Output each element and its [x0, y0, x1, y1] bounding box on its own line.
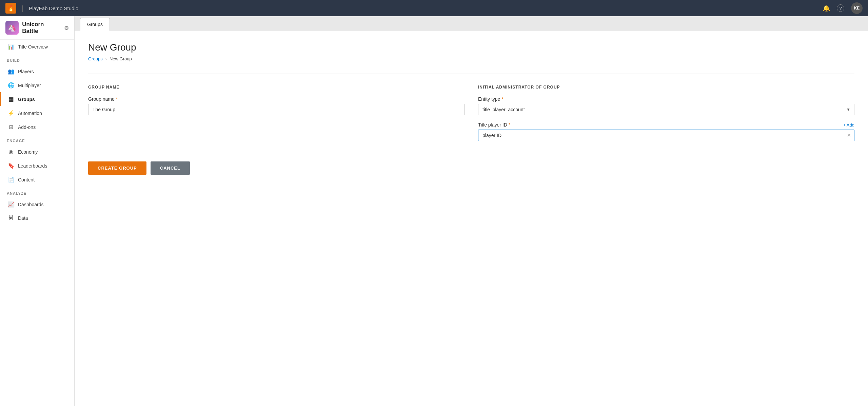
- gear-icon[interactable]: ⚙: [64, 25, 69, 31]
- game-title: Unicorn Battle: [22, 21, 61, 35]
- entity-type-label: Entity type *: [478, 96, 854, 102]
- sidebar-item-label: Content: [18, 177, 35, 182]
- group-name-section-title: GROUP NAME: [88, 85, 465, 90]
- button-row: CREATE GROUP CANCEL: [88, 161, 854, 175]
- required-star-entity: *: [501, 96, 503, 102]
- sidebar-item-label: Add-ons: [18, 124, 36, 130]
- required-star-player: *: [509, 122, 510, 128]
- sidebar-item-title-overview[interactable]: 📊 Title Overview: [0, 40, 74, 54]
- topnav-title: PlayFab Demo Studio: [29, 5, 78, 11]
- sidebar-item-economy[interactable]: ◉ Economy: [0, 145, 74, 159]
- add-player-link[interactable]: + Add: [843, 122, 854, 128]
- sidebar-item-addons[interactable]: ⊞ Add-ons: [0, 120, 74, 134]
- sidebar-header: 🦄 Unicorn Battle ⚙: [0, 16, 74, 40]
- automation-icon: ⚡: [8, 110, 14, 116]
- groups-icon: ▦: [8, 96, 14, 102]
- page-title: New Group: [88, 42, 854, 53]
- main-content: Groups New Group Groups › New Group GROU…: [75, 16, 868, 406]
- topnav-logo[interactable]: 🔥: [5, 3, 16, 14]
- player-id-input[interactable]: [478, 130, 854, 141]
- topnav: 🔥 | PlayFab Demo Studio 🔔 ? KE: [0, 0, 868, 16]
- logo-icon: 🔥: [7, 4, 15, 12]
- group-name-field: Group name *: [88, 96, 465, 115]
- clear-icon[interactable]: ✕: [847, 133, 851, 138]
- tab-bar: Groups: [75, 16, 868, 31]
- tab-groups[interactable]: Groups: [80, 18, 110, 31]
- group-name-input[interactable]: [88, 104, 465, 115]
- content-icon: 📄: [8, 176, 14, 183]
- bell-icon[interactable]: 🔔: [823, 4, 830, 12]
- form-grid: GROUP NAME Group name * INITIAL ADMINIST…: [88, 85, 854, 148]
- sidebar-item-label: Groups: [18, 97, 35, 102]
- player-id-label: Title player ID *: [478, 122, 510, 128]
- sidebar: 🦄 Unicorn Battle ⚙ 📊 Title Overview BUIL…: [0, 16, 75, 406]
- cancel-button[interactable]: CANCEL: [151, 161, 190, 175]
- sidebar-item-label: Title Overview: [18, 44, 48, 50]
- content-area: New Group Groups › New Group GROUP NAME …: [75, 31, 868, 406]
- topnav-separator: |: [22, 4, 23, 12]
- sidebar-item-groups[interactable]: ▦ Groups: [0, 92, 74, 106]
- group-name-section: GROUP NAME Group name *: [88, 85, 465, 148]
- sidebar-item-label: Leaderboards: [18, 163, 47, 169]
- sidebar-item-content[interactable]: 📄 Content: [0, 173, 74, 187]
- layout: 🦄 Unicorn Battle ⚙ 📊 Title Overview BUIL…: [0, 16, 868, 406]
- sidebar-item-label: Dashboards: [18, 202, 44, 207]
- title-overview-icon: 📊: [8, 43, 14, 50]
- sidebar-section-engage: ENGAGE: [0, 134, 74, 145]
- game-icon: 🦄: [5, 21, 19, 35]
- breadcrumb-separator: ›: [105, 56, 107, 61]
- addons-icon: ⊞: [8, 124, 14, 130]
- sidebar-item-label: Economy: [18, 149, 38, 155]
- sidebar-item-label: Players: [18, 69, 34, 74]
- breadcrumb-link-groups[interactable]: Groups: [88, 56, 103, 61]
- topnav-right: 🔔 ? KE: [823, 2, 863, 14]
- breadcrumb-current: New Group: [110, 56, 132, 61]
- data-icon: 🗄: [8, 215, 14, 221]
- sidebar-section-analyze: ANALYZE: [0, 187, 74, 197]
- sidebar-item-label: Multiplayer: [18, 83, 41, 88]
- player-id-row: Title player ID * + Add: [478, 122, 854, 128]
- entity-type-select[interactable]: title_player_account master_player_accou…: [478, 104, 854, 115]
- admin-section-title: INITIAL ADMINISTRATOR OF GROUP: [478, 85, 854, 90]
- entity-type-field: Entity type * title_player_account maste…: [478, 96, 854, 115]
- sidebar-item-data[interactable]: 🗄 Data: [0, 211, 74, 225]
- group-name-label: Group name *: [88, 96, 465, 102]
- create-group-button[interactable]: CREATE GROUP: [88, 161, 146, 175]
- leaderboards-icon: 🔖: [8, 162, 14, 169]
- sidebar-item-automation[interactable]: ⚡ Automation: [0, 106, 74, 120]
- players-icon: 👥: [8, 68, 14, 75]
- player-id-input-wrapper: ✕: [478, 130, 854, 141]
- user-avatar[interactable]: KE: [851, 2, 863, 14]
- sidebar-item-label: Automation: [18, 111, 42, 116]
- sidebar-section-build: BUILD: [0, 54, 74, 64]
- sidebar-item-players[interactable]: 👥 Players: [0, 64, 74, 78]
- sidebar-item-leaderboards[interactable]: 🔖 Leaderboards: [0, 159, 74, 173]
- player-id-field: Title player ID * + Add ✕: [478, 122, 854, 141]
- sidebar-item-label: Data: [18, 215, 28, 221]
- sidebar-item-multiplayer[interactable]: 🌐 Multiplayer: [0, 78, 74, 92]
- multiplayer-icon: 🌐: [8, 82, 14, 89]
- required-star: *: [116, 96, 118, 102]
- breadcrumb: Groups › New Group: [88, 56, 854, 61]
- sidebar-item-dashboards[interactable]: 📈 Dashboards: [0, 197, 74, 211]
- entity-type-select-wrapper: title_player_account master_player_accou…: [478, 104, 854, 115]
- economy-icon: ◉: [8, 149, 14, 155]
- admin-section: INITIAL ADMINISTRATOR OF GROUP Entity ty…: [478, 85, 854, 148]
- help-icon[interactable]: ?: [837, 4, 844, 12]
- dashboards-icon: 📈: [8, 201, 14, 208]
- section-divider: [88, 74, 854, 74]
